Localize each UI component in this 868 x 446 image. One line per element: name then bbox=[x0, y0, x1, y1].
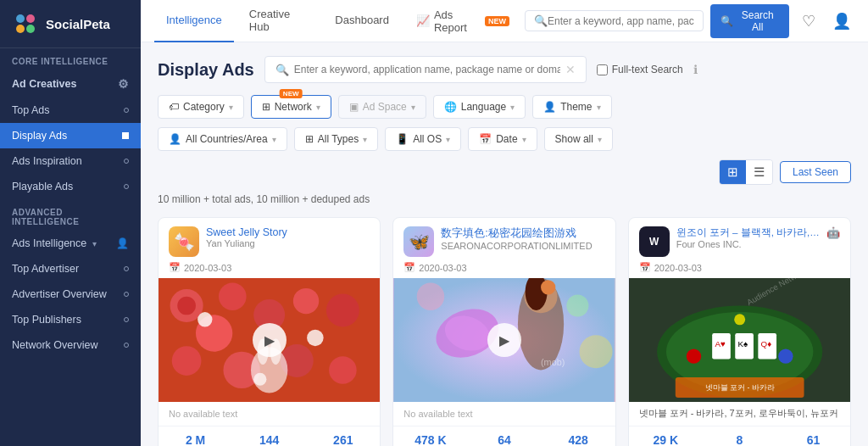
sidebar-item-top-ads[interactable]: Top Ads bbox=[0, 98, 141, 123]
card-1-image: ▶ bbox=[159, 278, 380, 402]
category-filter[interactable]: 🏷 Category ▾ bbox=[158, 95, 244, 119]
search-input[interactable] bbox=[548, 15, 694, 27]
sidebar: SocialPeta CORE INTELLIGENCE Ad Creative… bbox=[0, 0, 141, 446]
ad-card-1: 🍬 Sweet Jelly Story Yan Yuliang 📅 2020-0… bbox=[158, 217, 381, 446]
logo-text: SocialPeta bbox=[46, 17, 110, 31]
sidebar-item-display-ads[interactable]: Display Ads bbox=[0, 123, 141, 148]
display-ads-label: Display Ads bbox=[12, 130, 67, 142]
display-ads-active-indicator bbox=[122, 132, 129, 139]
svg-point-10 bbox=[293, 288, 319, 314]
card-2-info: 数字填色:秘密花园绘图游戏 SEARONACORPORATIONLIMITED bbox=[441, 226, 598, 251]
card-1-play-button[interactable]: ▶ bbox=[253, 323, 287, 357]
svg-point-15 bbox=[329, 356, 357, 384]
theme-filter[interactable]: 👤 Theme ▾ bbox=[532, 95, 611, 119]
card-1-header: 🍬 Sweet Jelly Story Yan Yuliang bbox=[159, 218, 380, 262]
gear-icon[interactable]: ⚙ bbox=[118, 77, 129, 91]
search-clear-icon[interactable]: ✕ bbox=[565, 63, 576, 76]
sidebar-item-advertiser-overview[interactable]: Advertiser Overview bbox=[0, 282, 141, 307]
network-icon: ⊞ bbox=[262, 101, 270, 113]
nav-intelligence[interactable]: Intelligence bbox=[154, 0, 234, 42]
theme-icon: 👤 bbox=[543, 101, 556, 113]
types-filter[interactable]: ⊞ All Types ▾ bbox=[294, 127, 378, 151]
card-3-app-name[interactable]: 윈조이 포커 – 블랙잭, 바카라,7포... bbox=[676, 226, 820, 239]
card-2-play-button[interactable]: ▶ bbox=[487, 323, 521, 357]
fulltext-search-checkbox[interactable] bbox=[597, 64, 608, 75]
page-header: Display Ads 🔍 ✕ Full-text Search ℹ bbox=[158, 56, 851, 83]
card-3-image: A♥ K♠ Q♦ Audience Network 넷마블 포커 - 바카라 bbox=[629, 278, 850, 402]
svg-point-44 bbox=[734, 314, 745, 325]
ad-space-icon: ▣ bbox=[349, 101, 359, 113]
svg-point-11 bbox=[326, 293, 359, 326]
card-1-developer: Yan Yuliang bbox=[206, 238, 363, 248]
advertiser-overview-dot bbox=[124, 292, 129, 297]
advanced-intelligence-title: ADVANCED INTELLIGENCE bbox=[0, 199, 141, 231]
ads-inspiration-dot bbox=[124, 159, 129, 164]
sidebar-item-network-overview[interactable]: Network Overview bbox=[0, 332, 141, 358]
card-1-no-text: No available text bbox=[159, 402, 380, 426]
top-advertiser-dot bbox=[124, 266, 129, 271]
sidebar-item-ads-inspiration[interactable]: Ads Inspiration bbox=[0, 148, 141, 174]
ad-card-2: 🦋 数字填色:秘密花园绘图游戏 SEARONACORPORATIONLIMITE… bbox=[392, 217, 615, 446]
card-2-app-name[interactable]: 数字填色:秘密花园绘图游戏 bbox=[441, 226, 598, 241]
grid-view-button[interactable]: ⊞ bbox=[720, 160, 746, 184]
svg-point-1 bbox=[26, 14, 35, 23]
os-chevron: ▾ bbox=[446, 135, 450, 144]
ads-inspiration-label: Ads Inspiration bbox=[12, 155, 82, 167]
os-filter[interactable]: 📱 All OS ▾ bbox=[385, 127, 461, 151]
info-icon[interactable]: ℹ bbox=[693, 63, 698, 76]
date-filter[interactable]: 📅 Date ▾ bbox=[468, 127, 537, 151]
ads-search-input[interactable] bbox=[294, 64, 560, 75]
card-3-popularity: 61 Popularity bbox=[776, 433, 850, 446]
card-2-duration: 64 Duration bbox=[467, 433, 541, 446]
card-3-popularity-value: 61 bbox=[776, 433, 850, 446]
ads-intelligence-chevron: ▾ bbox=[92, 239, 97, 248]
favorites-icon[interactable]: ♡ bbox=[796, 8, 821, 35]
card-1-popularity-value: 261 bbox=[306, 433, 380, 446]
svg-point-2 bbox=[16, 25, 25, 33]
search-all-button[interactable]: 🔍 Search All bbox=[710, 4, 790, 38]
card-1-duration-value: 144 bbox=[232, 433, 306, 446]
ads-intelligence-label: Ads Intelligence bbox=[12, 237, 86, 249]
network-overview-dot bbox=[124, 343, 129, 348]
ad-space-filter[interactable]: ▣ Ad Space ▾ bbox=[338, 95, 426, 119]
card-1-info: Sweet Jelly Story Yan Yuliang bbox=[206, 226, 363, 248]
sidebar-item-playable-ads[interactable]: Playable Ads bbox=[0, 174, 141, 199]
countries-icon: 👤 bbox=[169, 133, 181, 145]
sidebar-item-top-advertiser[interactable]: Top Advertiser bbox=[0, 256, 141, 282]
nav-creative-hub[interactable]: Creative Hub bbox=[237, 0, 320, 42]
show-all-filter[interactable]: Show all ▾ bbox=[544, 127, 613, 151]
card-3-stats: 29 K Impression 8 Duration 61 Popularity bbox=[629, 426, 850, 446]
svg-point-17 bbox=[307, 330, 324, 347]
network-overview-label: Network Overview bbox=[12, 339, 97, 351]
date-icon: 📅 bbox=[479, 133, 492, 145]
list-view-button[interactable]: ☰ bbox=[746, 160, 772, 184]
card-2-developer: SEARONACORPORATIONLIMITED bbox=[441, 241, 598, 251]
language-filter[interactable]: 🌐 Language ▾ bbox=[433, 95, 526, 119]
theme-chevron: ▾ bbox=[597, 103, 601, 112]
os-icon: 📱 bbox=[396, 133, 409, 145]
card-2-image: (mob) ▶ bbox=[393, 278, 615, 402]
ad-creatives-header: Ad Creatives ⚙ bbox=[0, 70, 141, 98]
ads-intelligence-user-icon: 👤 bbox=[116, 237, 129, 249]
countries-filter[interactable]: 👤 All Countries/Area ▾ bbox=[158, 127, 287, 151]
card-1-stats: 2 M Impression 144 Duration 261 Populari… bbox=[159, 426, 380, 446]
calendar-icon-1: 📅 bbox=[169, 262, 181, 273]
network-filter[interactable]: NEW ⊞ Network ▾ bbox=[251, 95, 331, 119]
user-icon[interactable]: 👤 bbox=[829, 8, 854, 35]
types-icon: ⊞ bbox=[305, 133, 314, 145]
nav-dashboard[interactable]: Dashboard bbox=[323, 0, 401, 42]
main-area: Intelligence Creative Hub Dashboard 📈 Ad… bbox=[141, 0, 868, 446]
card-3-developer: Four Ones INC. bbox=[676, 239, 820, 249]
svg-text:K♠: K♠ bbox=[737, 339, 748, 348]
sidebar-item-top-publishers[interactable]: Top Publishers bbox=[0, 307, 141, 332]
card-1-impression-value: 2 M bbox=[159, 433, 232, 446]
ads-report-icon: 📈 bbox=[416, 14, 430, 27]
nav-ads-report[interactable]: 📈 Ads Report NEW bbox=[404, 0, 521, 42]
last-seen-button[interactable]: Last Seen bbox=[780, 161, 851, 183]
card-1-app-name[interactable]: Sweet Jelly Story bbox=[206, 226, 363, 238]
stats-text: 10 million + total ads, 10 million + ded… bbox=[158, 193, 851, 205]
playable-ads-label: Playable Ads bbox=[12, 181, 73, 192]
sidebar-item-ads-intelligence[interactable]: Ads Intelligence ▾ 👤 bbox=[0, 231, 141, 256]
card-1-popularity: 261 Popularity bbox=[306, 433, 380, 446]
view-toggle: ⊞ ☰ bbox=[719, 159, 773, 185]
